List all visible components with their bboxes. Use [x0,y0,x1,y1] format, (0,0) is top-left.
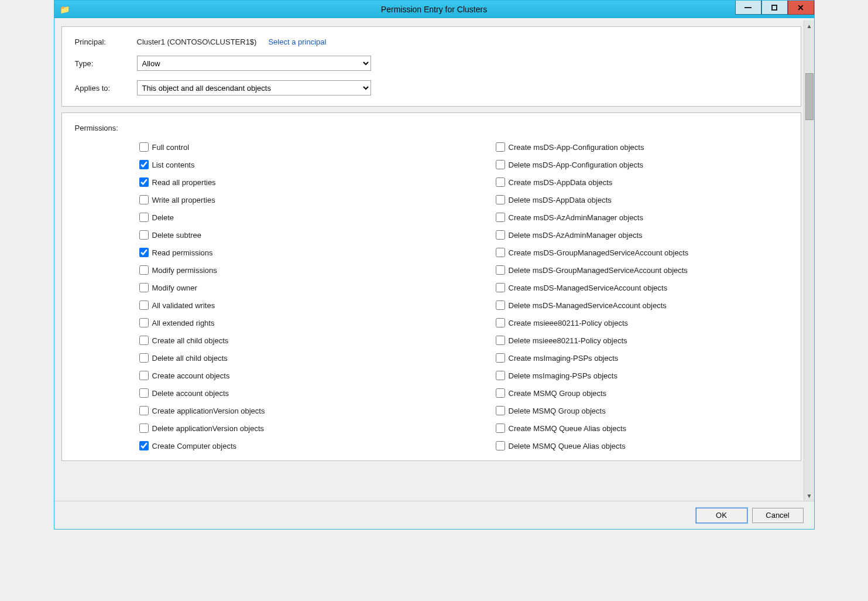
permission-item: Delete msDS-GroupManagedServiceAccount o… [496,261,788,279]
type-select[interactable]: Allow [137,56,371,71]
permission-checkbox[interactable] [496,230,505,240]
permission-label: Delete msDS-AzAdminManager objects [509,231,643,240]
permission-label: Create applicationVersion objects [152,407,265,415]
app-icon: 📁 [58,2,72,16]
applies-to-select[interactable]: This object and all descendant objects [137,80,371,95]
permission-checkbox[interactable] [496,160,505,169]
permission-checkbox[interactable] [496,441,505,450]
vertical-scrollbar[interactable]: ▲ ▼ [804,21,814,501]
permission-label: Read permissions [152,248,213,257]
principal-label: Principal: [75,37,137,46]
permission-checkbox[interactable] [139,441,149,450]
permission-item: Delete MSMQ Group objects [496,402,788,419]
permission-item: Create msDS-AppData objects [496,173,788,191]
window-title: Permission Entry for Clusters [381,5,487,14]
permission-checkbox[interactable] [496,300,505,310]
permission-checkbox[interactable] [139,388,149,398]
permission-checkbox[interactable] [496,177,505,187]
permission-label: Create msDS-GroupManagedServiceAccount o… [509,248,689,257]
scroll-thumb[interactable] [805,73,814,120]
permission-label: Delete applicationVersion objects [152,424,265,433]
permission-checkbox[interactable] [139,195,149,204]
permission-item: Delete msDS-ManagedServiceAccount object… [496,296,788,314]
permission-checkbox[interactable] [496,265,505,275]
permission-checkbox[interactable] [496,388,505,398]
permission-checkbox[interactable] [496,142,505,152]
permission-item: Read all properties [139,173,431,191]
permission-checkbox[interactable] [496,318,505,327]
permission-checkbox[interactable] [139,406,149,415]
permission-label: Create MSMQ Group objects [509,389,607,398]
permission-checkbox[interactable] [496,336,505,345]
permission-item: Modify permissions [139,261,431,279]
content-area: Principal: Cluster1 (CONTOSO\CLUSTER1$) … [54,18,814,501]
permission-label: Delete MSMQ Queue Alias objects [509,442,626,450]
permission-label: Create msieee80211-Policy objects [509,319,629,327]
permission-label: Delete msImaging-PSPs objects [509,371,617,380]
permission-label: Delete msDS-ManagedServiceAccount object… [509,301,667,310]
permission-checkbox[interactable] [139,283,149,292]
permission-label: Create msDS-AppData objects [509,178,613,187]
permission-item: Create msDS-ManagedServiceAccount object… [496,279,788,296]
principal-panel: Principal: Cluster1 (CONTOSO\CLUSTER1$) … [61,26,801,107]
permission-label: Delete subtree [152,231,202,240]
permission-checkbox[interactable] [139,230,149,240]
permissions-panel: Permissions: Full controlList contentsRe… [61,112,801,461]
permission-checkbox[interactable] [139,371,149,380]
permission-checkbox[interactable] [496,406,505,415]
permission-item: Create account objects [139,367,431,384]
permission-checkbox[interactable] [139,213,149,222]
permission-checkbox[interactable] [496,195,505,204]
permission-label: All extended rights [152,319,215,327]
applies-to-label: Applies to: [75,84,137,93]
permission-checkbox[interactable] [139,353,149,363]
minimize-button[interactable] [735,1,761,15]
permission-checkbox[interactable] [496,424,505,433]
permission-label: Create msImaging-PSPs objects [509,354,619,363]
maximize-button[interactable] [761,1,788,15]
permission-checkbox[interactable] [496,283,505,292]
dialog-window: 📁 Permission Entry for Clusters ✕ Princi… [54,0,815,530]
scroll-down-arrow-icon[interactable]: ▼ [804,490,815,501]
permission-item: Delete msDS-AppData objects [496,191,788,209]
permission-item: Create applicationVersion objects [139,402,431,419]
permission-item: Create msDS-AzAdminManager objects [496,209,788,226]
permission-label: Create account objects [152,371,230,380]
permissions-column-left: Full controlList contentsRead all proper… [75,138,431,455]
permission-label: Create msDS-ManagedServiceAccount object… [509,284,668,292]
permission-label: Full control [152,143,190,152]
permission-label: Write all properties [152,196,215,204]
select-principal-link[interactable]: Select a principal [268,37,326,46]
principal-value: Cluster1 (CONTOSO\CLUSTER1$) [137,37,257,46]
permission-item: Create msDS-GroupManagedServiceAccount o… [496,244,788,261]
permission-label: All validated writes [152,301,215,310]
permission-label: Delete account objects [152,389,229,398]
permission-checkbox[interactable] [496,353,505,363]
permission-item: Delete msieee80211-Policy objects [496,332,788,349]
permission-item: Create MSMQ Queue Alias objects [496,419,788,437]
permission-item: Delete account objects [139,384,431,402]
permission-label: Delete MSMQ Group objects [509,407,606,415]
permission-checkbox[interactable] [139,424,149,433]
permission-checkbox[interactable] [139,142,149,152]
permission-checkbox[interactable] [139,336,149,345]
permission-checkbox[interactable] [139,160,149,169]
permission-checkbox[interactable] [139,300,149,310]
permission-label: Create msDS-App-Configuration objects [509,143,644,152]
permission-item: Create all child objects [139,332,431,349]
close-button[interactable]: ✕ [788,1,814,15]
permission-checkbox[interactable] [496,248,505,257]
permission-label: Delete msDS-App-Configuration objects [509,161,644,169]
permission-item: Create msImaging-PSPs objects [496,349,788,367]
permission-checkbox[interactable] [496,371,505,380]
permission-checkbox[interactable] [139,248,149,257]
permission-checkbox[interactable] [139,318,149,327]
permission-checkbox[interactable] [139,177,149,187]
permission-checkbox[interactable] [496,213,505,222]
scroll-up-arrow-icon[interactable]: ▲ [804,21,815,31]
titlebar[interactable]: 📁 Permission Entry for Clusters ✕ [54,1,814,18]
cancel-button[interactable]: Cancel [752,508,804,523]
ok-button[interactable]: OK [696,508,747,523]
permission-checkbox[interactable] [139,265,149,275]
permission-item: Read permissions [139,244,431,261]
